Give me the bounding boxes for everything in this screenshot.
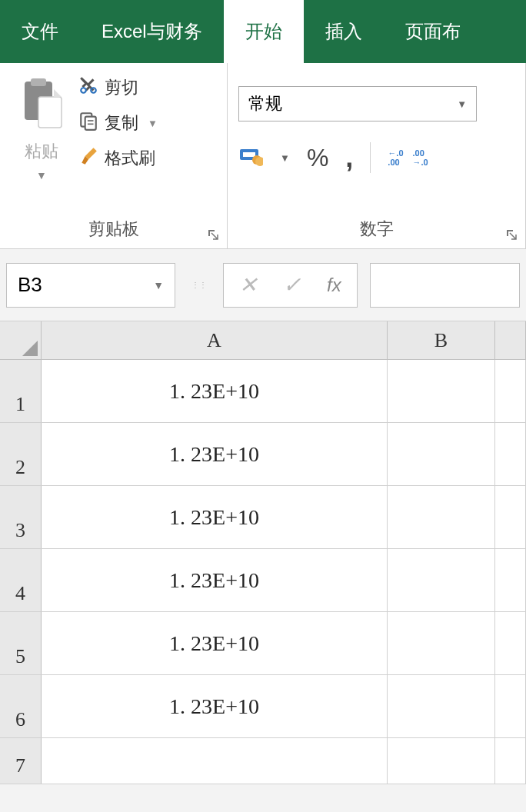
svg-point-3 [81,88,86,93]
cell-a5[interactable]: 1. 23E+10 [42,612,388,674]
accounting-format-button[interactable] [238,145,263,171]
formula-controls: ✕ ✓ fx [223,263,358,308]
tab-home[interactable]: 开始 [224,0,304,63]
cell-c4[interactable] [495,549,526,611]
dialog-launcher-icon[interactable] [207,228,219,241]
ribbon-tabs: 文件 Excel与财务 开始 插入 页面布 [0,0,526,63]
row-header-2[interactable]: 2 [0,423,42,485]
cell-a3[interactable]: 1. 23E+10 [42,486,388,548]
cell-b7[interactable] [388,738,495,784]
chevron-down-icon[interactable]: ▼ [148,118,158,129]
cell-b2[interactable] [388,423,495,485]
tab-file[interactable]: 文件 [0,0,80,63]
column-header-next[interactable] [495,321,526,359]
paste-button[interactable]: 粘贴 ▼ [11,71,72,181]
column-header-b[interactable]: B [388,321,495,359]
formula-input[interactable] [370,263,520,308]
chevron-down-icon: ▼ [457,98,467,110]
comma-button[interactable]: , [345,141,353,174]
svg-rect-10 [243,152,255,157]
expand-formula-bar[interactable]: ⋮⋮ [188,281,211,289]
cell-b3[interactable] [388,486,495,548]
row-header-3[interactable]: 3 [0,486,42,548]
column-headers: A B [0,321,526,360]
chevron-down-icon[interactable]: ▼ [280,152,290,164]
copy-label: 复制 [105,111,138,135]
cell-c2[interactable] [495,423,526,485]
paste-label: 粘贴 [25,140,58,163]
name-box[interactable]: B3 ▼ [6,263,175,308]
table-row: 4 1. 23E+10 [0,549,526,612]
clipboard-icon [18,77,65,131]
name-box-value: B3 [18,273,42,297]
table-row: 6 1. 23E+10 [0,675,526,738]
number-format-value: 常规 [248,92,282,115]
cell-c3[interactable] [495,486,526,548]
cut-button[interactable]: 剪切 [78,75,158,100]
column-header-a[interactable]: A [42,321,388,359]
row-header-6[interactable]: 6 [0,675,42,737]
ribbon: 粘贴 ▼ 剪切 复制 ▼ [0,63,526,249]
spreadsheet-grid: A B 1 1. 23E+10 2 1. 23E+10 3 1. 23E+10 … [0,321,526,784]
tab-insert[interactable]: 插入 [304,0,384,63]
table-row: 3 1. 23E+10 [0,486,526,549]
cell-b5[interactable] [388,612,495,674]
tab-pagelayout[interactable]: 页面布 [384,0,482,63]
enter-icon[interactable]: ✓ [283,272,301,298]
increase-decimal-button[interactable]: ←.0 .00 [388,148,403,167]
svg-rect-1 [31,78,46,86]
chevron-down-icon[interactable]: ▼ [153,279,164,291]
cut-label: 剪切 [105,76,138,99]
number-format-dropdown[interactable]: 常规 ▼ [238,86,477,121]
svg-rect-6 [85,117,96,130]
insert-function-button[interactable]: fx [327,275,341,296]
cell-a4[interactable]: 1. 23E+10 [42,549,388,611]
copy-icon [78,111,98,135]
table-row: 7 [0,738,526,784]
ribbon-group-clipboard: 粘贴 ▼ 剪切 复制 ▼ [0,63,228,248]
number-group-label: 数字 [228,211,525,248]
separator [370,142,371,173]
scissors-icon [78,75,98,100]
dialog-launcher-icon[interactable] [505,228,518,241]
cell-a1[interactable]: 1. 23E+10 [42,360,388,422]
paintbrush-icon [78,146,98,171]
cell-b6[interactable] [388,675,495,737]
format-painter-label: 格式刷 [105,147,155,170]
clipboard-group-label: 剪贴板 [0,211,227,248]
row-header-5[interactable]: 5 [0,612,42,674]
table-row: 2 1. 23E+10 [0,423,526,486]
format-painter-button[interactable]: 格式刷 [78,146,158,171]
cell-c6[interactable] [495,675,526,737]
cancel-icon[interactable]: ✕ [239,272,257,298]
tab-custom[interactable]: Excel与财务 [80,0,224,63]
percent-button[interactable]: % [307,144,328,172]
row-header-4[interactable]: 4 [0,549,42,611]
svg-rect-2 [38,97,62,128]
formula-bar: B3 ▼ ⋮⋮ ✕ ✓ fx [0,249,526,321]
row-header-7[interactable]: 7 [0,738,42,784]
cell-a6[interactable]: 1. 23E+10 [42,675,388,737]
select-all-corner[interactable] [0,321,42,359]
copy-button[interactable]: 复制 ▼ [78,111,158,135]
table-row: 1 1. 23E+10 [0,360,526,423]
cell-b4[interactable] [388,549,495,611]
cell-a7[interactable] [42,738,388,784]
cell-c5[interactable] [495,612,526,674]
cell-a2[interactable]: 1. 23E+10 [42,423,388,485]
decrease-decimal-button[interactable]: .00 →.0 [413,148,428,167]
cell-b1[interactable] [388,360,495,422]
cell-c1[interactable] [495,360,526,422]
chevron-down-icon: ▼ [36,169,47,181]
cell-c7[interactable] [495,738,526,784]
ribbon-group-number: 常规 ▼ ▼ % , ←.0 .00 .00 →.0 [228,63,526,248]
row-header-1[interactable]: 1 [0,360,42,422]
table-row: 5 1. 23E+10 [0,612,526,675]
